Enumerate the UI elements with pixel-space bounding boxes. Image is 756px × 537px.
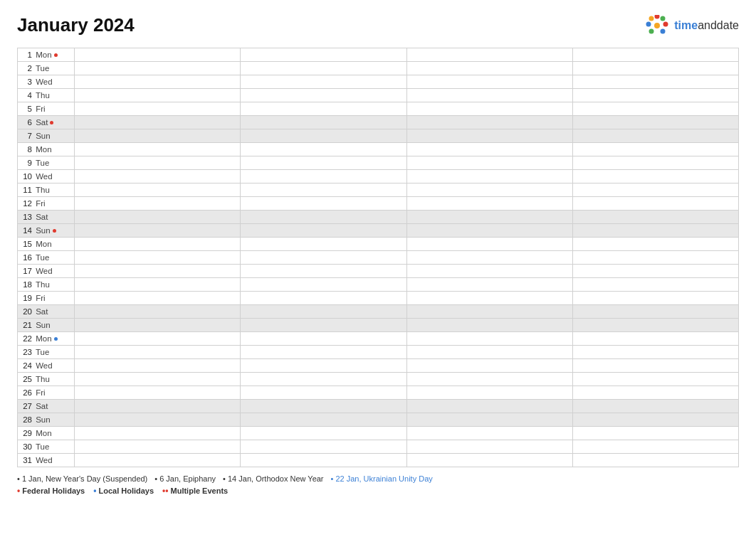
content-cell	[75, 427, 241, 440]
calendar-row: 16 Tue	[18, 251, 739, 265]
calendar-row: 10 Wed	[18, 170, 739, 184]
content-cell	[406, 211, 572, 224]
footer-event-item: • 6 Jan, Epiphany	[154, 474, 216, 483]
footer-legend: •Federal Holidays•Local Holidays••Multip…	[17, 486, 739, 496]
content-cell	[406, 359, 572, 373]
day-number: 5	[21, 105, 32, 113]
content-cell	[241, 48, 406, 62]
calendar-row: 12 Fri	[18, 197, 739, 211]
legend-label: Local Holidays	[98, 487, 154, 495]
day-number: 27	[21, 402, 32, 410]
day-cell: 25 Thu	[18, 373, 75, 386]
day-number: 28	[21, 415, 32, 424]
day-name: Sat	[36, 118, 48, 127]
content-cell	[241, 143, 406, 156]
day-name: Fri	[36, 388, 45, 397]
content-cell	[75, 116, 241, 129]
content-cell	[572, 278, 738, 292]
legend-dot: ••	[162, 486, 168, 496]
content-cell	[241, 184, 406, 197]
calendar-row: 13 Sat	[18, 211, 739, 224]
content-cell	[241, 265, 406, 278]
content-cell	[75, 197, 241, 211]
svg-point-6	[649, 28, 654, 33]
day-number: 21	[21, 321, 32, 329]
content-cell	[406, 156, 572, 170]
day-number: 15	[21, 240, 32, 248]
content-cell	[75, 48, 241, 62]
day-name: Wed	[36, 172, 52, 181]
calendar-row: 17 Wed	[18, 265, 739, 278]
day-number: 12	[21, 199, 32, 208]
content-cell	[406, 143, 572, 156]
day-name: Tue	[36, 253, 49, 262]
content-cell	[75, 75, 241, 89]
day-cell: 27 Sat	[18, 400, 75, 413]
logo-text: timeanddate	[674, 19, 739, 32]
footer-event-item: • 1 Jan, New Year's Day (Suspended)	[17, 474, 147, 483]
content-cell	[241, 400, 406, 413]
day-number: 19	[21, 294, 32, 302]
day-cell: 13 Sat	[18, 211, 75, 224]
day-number: 17	[21, 267, 32, 275]
content-cell	[572, 129, 738, 143]
svg-point-7	[661, 28, 666, 33]
calendar-table: 1 Mon2 Tue3 Wed4 Thu5 Fri6 Sat7 Sun8 Mon…	[17, 48, 739, 467]
day-name: Sun	[36, 321, 50, 329]
legend-item: •Local Holidays	[93, 486, 154, 496]
calendar-row: 18 Thu	[18, 278, 739, 292]
svg-point-0	[649, 16, 654, 21]
content-cell	[75, 454, 241, 467]
calendar-row: 24 Wed	[18, 359, 739, 373]
content-cell	[75, 224, 241, 238]
calendar-row: 31 Wed	[18, 454, 739, 467]
content-cell	[241, 116, 406, 129]
calendar-row: 21 Sun	[18, 319, 739, 332]
calendar-row: 3 Wed	[18, 75, 739, 89]
content-cell	[75, 440, 241, 454]
day-name: Tue	[36, 442, 49, 451]
content-cell	[241, 197, 406, 211]
day-number: 13	[21, 213, 32, 221]
content-cell	[241, 102, 406, 116]
content-cell	[75, 129, 241, 143]
calendar-row: 20 Sat	[18, 305, 739, 319]
day-name: Sat	[36, 213, 48, 221]
day-name: Fri	[36, 105, 45, 113]
day-name: Fri	[36, 294, 45, 302]
day-name: Wed	[36, 267, 52, 275]
calendar-row: 23 Tue	[18, 346, 739, 359]
calendar-row: 27 Sat	[18, 400, 739, 413]
day-name: Tue	[36, 64, 49, 73]
content-cell	[75, 278, 241, 292]
day-number: 30	[21, 442, 32, 451]
content-cell	[241, 224, 406, 238]
day-cell: 30 Tue	[18, 440, 75, 454]
content-cell	[406, 129, 572, 143]
day-cell: 29 Mon	[18, 427, 75, 440]
svg-point-5	[663, 21, 668, 26]
page-header: January 2024 timeanddate	[17, 14, 739, 36]
day-number: 4	[21, 91, 32, 100]
content-cell	[406, 278, 572, 292]
content-cell	[406, 102, 572, 116]
day-cell: 18 Thu	[18, 278, 75, 292]
content-cell	[241, 332, 406, 346]
day-name: Sun	[36, 415, 50, 424]
day-number: 16	[21, 253, 32, 262]
day-number: 31	[21, 456, 32, 464]
calendar-row: 30 Tue	[18, 440, 739, 454]
content-cell	[75, 143, 241, 156]
content-cell	[572, 346, 738, 359]
day-name: Sun	[36, 226, 50, 235]
day-cell: 26 Fri	[18, 386, 75, 400]
content-cell	[406, 75, 572, 89]
svg-point-4	[654, 23, 660, 28]
content-cell	[75, 400, 241, 413]
calendar-row: 8 Mon	[18, 143, 739, 156]
content-cell	[572, 102, 738, 116]
content-cell	[75, 373, 241, 386]
day-cell: 6 Sat	[18, 116, 75, 129]
content-cell	[75, 332, 241, 346]
day-name: Wed	[36, 361, 52, 370]
